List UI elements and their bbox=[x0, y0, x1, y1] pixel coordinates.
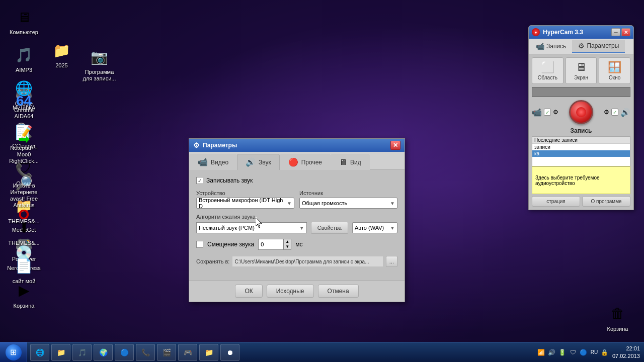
params-dialog: ⚙ Параметры ✕ 📹 Видео 🔊 Звук 🔴 Прочее 🖥 … bbox=[189, 138, 405, 302]
hypercam-tabs: 📹 Запись ⚙ Параметры bbox=[529, 39, 633, 54]
hc-yellow-panel: Здесь выберите требуемое аудиоустройство bbox=[532, 166, 630, 194]
taskbar-ie[interactable]: 🌐 bbox=[30, 344, 49, 361]
offset-label: Смещение звука bbox=[207, 241, 254, 248]
taskbar-chrome[interactable]: 🔵 bbox=[115, 344, 134, 361]
icon-computer[interactable]: 🖥 Компьютер bbox=[5, 5, 43, 38]
audio-checkbox[interactable]: ✓ bbox=[611, 109, 618, 116]
minimize-button[interactable]: ─ bbox=[611, 28, 620, 36]
chrome-icon: 🔵 bbox=[119, 347, 129, 357]
save-path: C:\Users\Михаим\Desktop\Программа для за… bbox=[232, 256, 382, 266]
defaults-button[interactable]: Исходные bbox=[267, 285, 314, 298]
video-tab-icon: 📹 bbox=[198, 157, 208, 167]
icon-program[interactable]: 📷 Программа для записи... bbox=[80, 45, 118, 84]
ok-button[interactable]: ОК bbox=[235, 285, 262, 298]
spinner-down[interactable]: ▼ bbox=[284, 244, 291, 249]
icon-aida64[interactable]: 64 AIDA64 bbox=[5, 89, 43, 122]
dialog-body: Записывать звук Устройство Встроенный ми… bbox=[189, 170, 405, 280]
tray-bluetooth[interactable]: 🔵 bbox=[579, 348, 588, 357]
dialog-close-button[interactable]: ✕ bbox=[390, 141, 400, 150]
taskbar-cs[interactable]: 🎮 bbox=[178, 344, 197, 361]
tab-vid[interactable]: 🖥 Вид bbox=[331, 154, 370, 170]
taskbar-skype[interactable]: 📞 bbox=[136, 344, 155, 361]
gear-icon-small[interactable]: ⚙ bbox=[553, 109, 558, 116]
dialog-titlebar[interactable]: ⚙ Параметры ✕ bbox=[189, 139, 405, 152]
cancel-button[interactable]: Отмена bbox=[318, 285, 359, 298]
offset-input[interactable]: 0 bbox=[258, 239, 283, 250]
icon-saytmoy[interactable]: 📄 сайт мой bbox=[5, 254, 43, 287]
offset-spinner[interactable]: ▲ ▼ bbox=[283, 239, 291, 250]
sound-checkbox[interactable] bbox=[196, 177, 203, 184]
tab-video[interactable]: 📹 Видео bbox=[189, 154, 237, 170]
explorer-icon: 📁 bbox=[56, 347, 66, 357]
hamster-icon: 🎬 bbox=[162, 347, 172, 357]
taskbar-browser[interactable]: 🌍 bbox=[94, 344, 113, 361]
sound-tab-icon: 🔊 bbox=[246, 157, 256, 167]
device-source-row: Устройство Встроенный микрофон (IDT High… bbox=[196, 190, 397, 209]
taskbar: ⊞ 🌐 📁 🎵 🌍 🔵 📞 🎬 bbox=[0, 342, 644, 362]
tab-prochee[interactable]: 🔴 Прочее bbox=[280, 154, 331, 170]
tray-network[interactable]: 📶 bbox=[537, 348, 546, 357]
hc-controls-row: 📹 ✓ ⚙ ⚙ ✓ 🔊 bbox=[532, 100, 630, 124]
clock[interactable]: 22:01 07.02.2013 bbox=[612, 345, 640, 359]
registration-button[interactable]: страция bbox=[532, 196, 580, 207]
vid-tab-icon: 🖥 bbox=[339, 158, 347, 167]
tray-battery[interactable]: 🔋 bbox=[558, 348, 567, 357]
icon-folder2025[interactable]: 📁 2025 bbox=[43, 38, 80, 71]
save-label: Сохранять в: bbox=[196, 258, 229, 264]
about-button[interactable]: О программе bbox=[582, 196, 630, 207]
mode-ekran[interactable]: 🖥 Экран bbox=[566, 57, 597, 84]
record-inner bbox=[576, 107, 586, 117]
browse-button[interactable]: ... bbox=[386, 256, 397, 267]
icon-search[interactable]: 🔎 avast! Free Antivirus bbox=[5, 171, 43, 211]
dialog-title: Параметры bbox=[203, 142, 390, 149]
settings-icon: ⚙ bbox=[193, 141, 200, 149]
taskbar-explorer[interactable]: 📁 bbox=[51, 344, 70, 361]
mode-okno[interactable]: 🪟 Окно bbox=[599, 57, 630, 84]
tray-antivirus[interactable]: 🔒 bbox=[600, 348, 609, 357]
close-button[interactable]: ✕ bbox=[621, 28, 630, 36]
log-item: ка bbox=[532, 150, 630, 157]
tab-params[interactable]: ⚙ Параметры bbox=[572, 40, 625, 53]
icon-aimp[interactable]: 🎵 AIMP3 bbox=[5, 43, 43, 75]
tray-security[interactable]: 🛡 bbox=[569, 348, 578, 357]
tray-sound[interactable]: 🔊 bbox=[547, 348, 556, 357]
auto-wav-select[interactable]: Авто (WAV) ▼ bbox=[352, 222, 397, 233]
device-select[interactable]: Встроенный микрофон (IDT High D ▼ bbox=[196, 198, 294, 209]
tab-zapis[interactable]: 📹 Запись bbox=[530, 40, 572, 53]
taskbar-hamster[interactable]: 🎬 bbox=[157, 344, 176, 361]
video-control: 📹 ✓ ⚙ bbox=[532, 108, 558, 117]
tray-icons: 📶 🔊 🔋 🛡 🔵 RU 🔒 bbox=[537, 348, 609, 357]
record-button[interactable] bbox=[569, 100, 593, 124]
properties-button[interactable]: Свойства bbox=[311, 222, 348, 234]
compression-select[interactable]: Несжатый звук (PCM) ▼ bbox=[196, 222, 307, 233]
hypercam-title: HyperCam 3.3 bbox=[543, 29, 611, 36]
start-button[interactable]: ⊞ bbox=[0, 342, 27, 363]
taskbar-record[interactable]: ⏺ bbox=[220, 344, 239, 361]
media-icon: 🎵 bbox=[77, 347, 87, 357]
audio-control: ⚙ ✓ 🔊 bbox=[604, 108, 630, 117]
taskbar-media[interactable]: 🎵 bbox=[72, 344, 92, 361]
tab-sound[interactable]: 🔊 Звук bbox=[237, 154, 280, 170]
sound-checkbox-row: Записывать звук bbox=[196, 177, 397, 184]
hypercam-window: ● HyperCam 3.3 ─ ✕ 📹 Запись ⚙ Параметры … bbox=[528, 25, 634, 210]
hypercam-body: ⬜ Область 🖥 Экран 🪟 Окно 📹 ✓ bbox=[529, 54, 633, 210]
hypercam-titlebar[interactable]: ● HyperCam 3.3 ─ ✕ bbox=[529, 26, 633, 39]
clock-date: 07.02.2013 bbox=[612, 352, 640, 359]
video-checkbox[interactable]: ✓ bbox=[544, 109, 551, 116]
spinner-up[interactable]: ▲ bbox=[284, 239, 291, 244]
tray-ru[interactable]: RU bbox=[590, 348, 599, 357]
source-select[interactable]: Общая громкость ▼ bbox=[299, 198, 397, 209]
dialog-footer: ОК Исходные Отмена bbox=[189, 280, 405, 302]
compression-arrow: ▼ bbox=[299, 225, 304, 231]
gear-icon-audio[interactable]: ⚙ bbox=[604, 109, 609, 116]
icon-moo0[interactable]: ➡ Moo0 RightClick... bbox=[5, 127, 43, 166]
cs-icon: 🎮 bbox=[183, 347, 193, 357]
icon-recycle[interactable]: 🗑 Корзина bbox=[599, 302, 636, 334]
source-label: Источник bbox=[299, 190, 397, 196]
device-arrow: ▼ bbox=[287, 201, 292, 206]
browser-icon: 🌍 bbox=[98, 347, 108, 357]
icon-mediaget[interactable]: ⬇ THEMES&... bbox=[5, 216, 43, 248]
mode-oblast[interactable]: ⬜ Область bbox=[532, 57, 564, 84]
taskbar-folder[interactable]: 📁 bbox=[199, 344, 218, 361]
offset-checkbox[interactable] bbox=[196, 241, 203, 248]
